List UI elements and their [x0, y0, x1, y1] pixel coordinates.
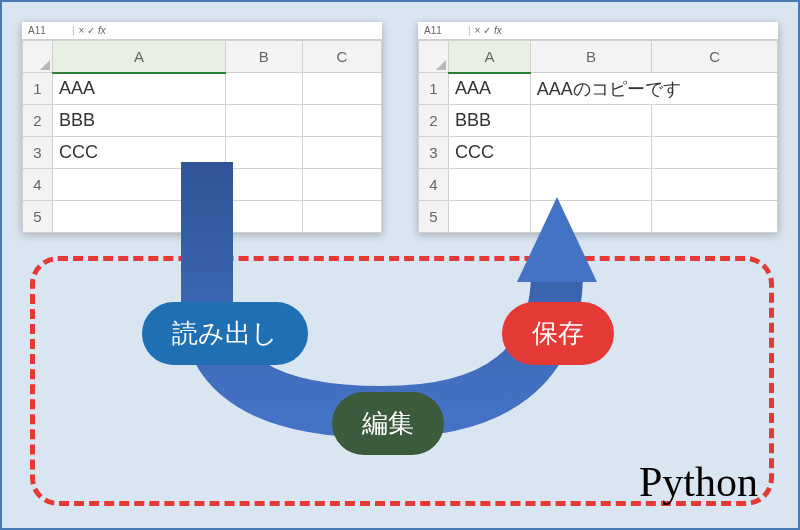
step-edit-pill: 編集	[332, 392, 444, 455]
select-all-corner[interactable]	[23, 41, 53, 73]
col-header-A[interactable]: A	[449, 41, 531, 73]
row-header[interactable]: 2	[23, 105, 53, 137]
cell[interactable]	[652, 201, 778, 233]
row-header[interactable]: 2	[419, 105, 449, 137]
select-all-corner[interactable]	[419, 41, 449, 73]
cell[interactable]: AAAのコピーです	[530, 73, 777, 105]
cell[interactable]: AAA	[449, 73, 531, 105]
active-cell-ref: A11	[424, 25, 464, 36]
cell[interactable]: BBB	[53, 105, 226, 137]
row-header[interactable]: 1	[419, 73, 449, 105]
cell[interactable]	[226, 73, 303, 105]
cell[interactable]: BBB	[449, 105, 531, 137]
step-read-pill: 読み出し	[142, 302, 308, 365]
col-header-C[interactable]: C	[652, 41, 778, 73]
col-header-A[interactable]: A	[53, 41, 226, 73]
table-row: 2 BBB	[23, 105, 382, 137]
fx-icon: fx	[494, 25, 502, 36]
col-header-B[interactable]: B	[226, 41, 303, 73]
cell[interactable]	[226, 105, 303, 137]
cell[interactable]	[652, 105, 778, 137]
cell[interactable]	[302, 73, 381, 105]
python-label: Python	[639, 458, 758, 506]
active-cell-ref: A11	[28, 25, 68, 36]
svg-marker-0	[517, 197, 597, 282]
cell[interactable]	[530, 105, 651, 137]
cell[interactable]	[652, 169, 778, 201]
row-header[interactable]: 4	[23, 169, 53, 201]
col-header-C[interactable]: C	[302, 41, 381, 73]
formula-bar: A11 | × ✓ fx	[418, 22, 778, 40]
cell[interactable]	[302, 105, 381, 137]
row-header[interactable]: 3	[23, 137, 53, 169]
col-header-B[interactable]: B	[530, 41, 651, 73]
row-header[interactable]: 5	[23, 201, 53, 233]
cell[interactable]	[652, 137, 778, 169]
table-row: 1 AAA AAAのコピーです	[419, 73, 778, 105]
table-row: 2 BBB	[419, 105, 778, 137]
cell[interactable]: AAA	[53, 73, 226, 105]
formula-bar: A11 | × ✓ fx	[22, 22, 382, 40]
step-save-pill: 保存	[502, 302, 614, 365]
table-row: 1 AAA	[23, 73, 382, 105]
row-header[interactable]: 1	[23, 73, 53, 105]
fx-icon: fx	[98, 25, 106, 36]
